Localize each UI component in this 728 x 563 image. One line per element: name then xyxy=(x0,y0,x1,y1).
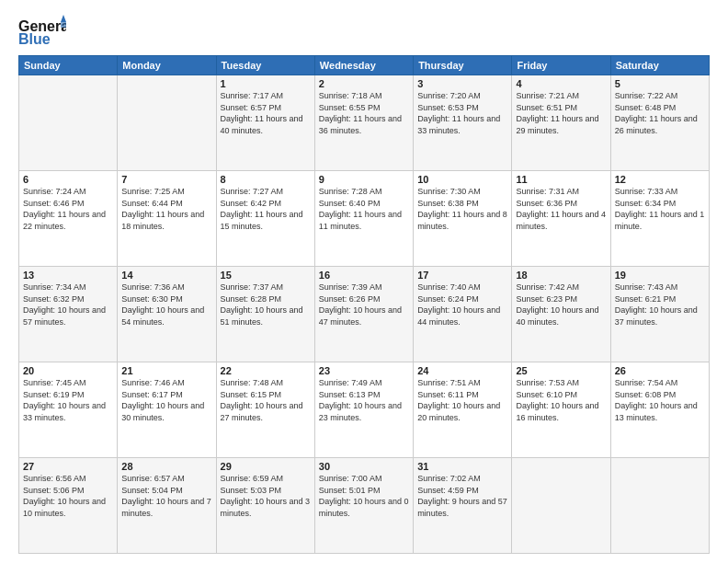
calendar-cell: 26Sunrise: 7:54 AM Sunset: 6:08 PM Dayli… xyxy=(610,362,709,458)
day-detail: Sunrise: 7:18 AM Sunset: 6:55 PM Dayligh… xyxy=(319,90,409,136)
page: General Blue SundayMondayTuesdayWednesda… xyxy=(0,0,728,563)
day-number: 3 xyxy=(417,78,507,89)
calendar-cell: 5Sunrise: 7:22 AM Sunset: 6:48 PM Daylig… xyxy=(610,75,709,171)
day-number: 21 xyxy=(121,365,211,376)
header: General Blue xyxy=(18,15,710,48)
day-detail: Sunrise: 7:40 AM Sunset: 6:24 PM Dayligh… xyxy=(417,282,507,327)
calendar-table: SundayMondayTuesdayWednesdayThursdayFrid… xyxy=(18,55,710,554)
calendar-cell: 10Sunrise: 7:30 AM Sunset: 6:38 PM Dayli… xyxy=(414,171,512,267)
day-number: 12 xyxy=(615,174,705,185)
weekday-header-row: SundayMondayTuesdayWednesdayThursdayFrid… xyxy=(19,56,710,75)
day-detail: Sunrise: 7:49 AM Sunset: 6:13 PM Dayligh… xyxy=(319,377,409,423)
day-detail: Sunrise: 7:02 AM Sunset: 4:59 PM Dayligh… xyxy=(417,473,507,519)
day-detail: Sunrise: 7:42 AM Sunset: 6:23 PM Dayligh… xyxy=(516,282,606,327)
day-number: 1 xyxy=(221,78,311,89)
day-number: 8 xyxy=(221,174,311,185)
calendar-cell: 3Sunrise: 7:20 AM Sunset: 6:53 PM Daylig… xyxy=(414,75,512,171)
calendar-week-row: 6Sunrise: 7:24 AM Sunset: 6:46 PM Daylig… xyxy=(19,171,710,267)
calendar-week-row: 13Sunrise: 7:34 AM Sunset: 6:32 PM Dayli… xyxy=(19,267,710,362)
day-detail: Sunrise: 7:30 AM Sunset: 6:38 PM Dayligh… xyxy=(417,186,507,232)
day-detail: Sunrise: 7:33 AM Sunset: 6:34 PM Dayligh… xyxy=(615,186,705,232)
calendar-week-row: 20Sunrise: 7:45 AM Sunset: 6:19 PM Dayli… xyxy=(19,362,710,458)
calendar-cell: 12Sunrise: 7:33 AM Sunset: 6:34 PM Dayli… xyxy=(610,171,709,267)
calendar-cell: 18Sunrise: 7:42 AM Sunset: 6:23 PM Dayli… xyxy=(512,267,610,362)
calendar-cell: 29Sunrise: 6:59 AM Sunset: 5:03 PM Dayli… xyxy=(216,458,314,554)
calendar-cell: 9Sunrise: 7:28 AM Sunset: 6:40 PM Daylig… xyxy=(314,171,413,267)
calendar-cell: 13Sunrise: 7:34 AM Sunset: 6:32 PM Dayli… xyxy=(19,267,118,362)
svg-marker-3 xyxy=(61,22,66,28)
day-number: 18 xyxy=(516,270,606,281)
calendar-cell: 15Sunrise: 7:37 AM Sunset: 6:28 PM Dayli… xyxy=(216,267,314,362)
day-number: 20 xyxy=(23,365,113,376)
calendar-cell xyxy=(610,458,709,554)
day-number: 22 xyxy=(221,365,311,376)
day-number: 17 xyxy=(417,270,507,281)
day-number: 2 xyxy=(319,78,409,89)
calendar-cell: 2Sunrise: 7:18 AM Sunset: 6:55 PM Daylig… xyxy=(314,75,413,171)
day-number: 15 xyxy=(221,270,311,281)
day-number: 14 xyxy=(121,270,211,281)
day-detail: Sunrise: 7:51 AM Sunset: 6:11 PM Dayligh… xyxy=(417,377,507,423)
day-detail: Sunrise: 7:17 AM Sunset: 6:57 PM Dayligh… xyxy=(221,90,311,136)
day-number: 16 xyxy=(319,270,409,281)
day-detail: Sunrise: 7:53 AM Sunset: 6:10 PM Dayligh… xyxy=(516,377,606,423)
calendar-cell: 7Sunrise: 7:25 AM Sunset: 6:44 PM Daylig… xyxy=(118,171,216,267)
weekday-header-saturday: Saturday xyxy=(610,56,709,75)
calendar-week-row: 27Sunrise: 6:56 AM Sunset: 5:06 PM Dayli… xyxy=(19,458,710,554)
day-detail: Sunrise: 7:37 AM Sunset: 6:28 PM Dayligh… xyxy=(221,282,311,327)
day-detail: Sunrise: 7:28 AM Sunset: 6:40 PM Dayligh… xyxy=(319,186,409,232)
calendar-cell: 20Sunrise: 7:45 AM Sunset: 6:19 PM Dayli… xyxy=(19,362,118,458)
calendar-cell: 23Sunrise: 7:49 AM Sunset: 6:13 PM Dayli… xyxy=(314,362,413,458)
day-detail: Sunrise: 7:24 AM Sunset: 6:46 PM Dayligh… xyxy=(23,186,113,232)
weekday-header-tuesday: Tuesday xyxy=(216,56,314,75)
calendar-cell: 22Sunrise: 7:48 AM Sunset: 6:15 PM Dayli… xyxy=(216,362,314,458)
day-detail: Sunrise: 7:45 AM Sunset: 6:19 PM Dayligh… xyxy=(23,377,113,423)
calendar-cell: 8Sunrise: 7:27 AM Sunset: 6:42 PM Daylig… xyxy=(216,171,314,267)
calendar-cell xyxy=(19,75,118,171)
day-detail: Sunrise: 7:36 AM Sunset: 6:30 PM Dayligh… xyxy=(121,282,211,327)
weekday-header-friday: Friday xyxy=(512,56,610,75)
day-detail: Sunrise: 7:31 AM Sunset: 6:36 PM Dayligh… xyxy=(516,186,606,232)
day-number: 4 xyxy=(516,78,606,89)
day-number: 31 xyxy=(417,461,507,472)
calendar-cell: 31Sunrise: 7:02 AM Sunset: 4:59 PM Dayli… xyxy=(414,458,512,554)
day-detail: Sunrise: 7:22 AM Sunset: 6:48 PM Dayligh… xyxy=(615,90,705,136)
weekday-header-wednesday: Wednesday xyxy=(314,56,413,75)
logo-icon: General Blue xyxy=(18,15,66,48)
day-detail: Sunrise: 6:56 AM Sunset: 5:06 PM Dayligh… xyxy=(23,473,113,519)
calendar-cell xyxy=(512,458,610,554)
day-number: 27 xyxy=(23,461,113,472)
calendar-cell: 6Sunrise: 7:24 AM Sunset: 6:46 PM Daylig… xyxy=(19,171,118,267)
weekday-header-thursday: Thursday xyxy=(414,56,512,75)
calendar-cell: 27Sunrise: 6:56 AM Sunset: 5:06 PM Dayli… xyxy=(19,458,118,554)
day-number: 24 xyxy=(417,365,507,376)
day-number: 25 xyxy=(516,365,606,376)
calendar-cell: 16Sunrise: 7:39 AM Sunset: 6:26 PM Dayli… xyxy=(314,267,413,362)
calendar-cell: 4Sunrise: 7:21 AM Sunset: 6:51 PM Daylig… xyxy=(512,75,610,171)
day-detail: Sunrise: 7:48 AM Sunset: 6:15 PM Dayligh… xyxy=(221,377,311,423)
day-detail: Sunrise: 7:20 AM Sunset: 6:53 PM Dayligh… xyxy=(417,90,507,136)
day-number: 6 xyxy=(23,174,113,185)
calendar-cell: 21Sunrise: 7:46 AM Sunset: 6:17 PM Dayli… xyxy=(118,362,216,458)
calendar-cell xyxy=(118,75,216,171)
calendar-cell: 30Sunrise: 7:00 AM Sunset: 5:01 PM Dayli… xyxy=(314,458,413,554)
day-detail: Sunrise: 7:27 AM Sunset: 6:42 PM Dayligh… xyxy=(221,186,311,232)
calendar-cell: 11Sunrise: 7:31 AM Sunset: 6:36 PM Dayli… xyxy=(512,171,610,267)
day-detail: Sunrise: 7:34 AM Sunset: 6:32 PM Dayligh… xyxy=(23,282,113,327)
calendar-cell: 17Sunrise: 7:40 AM Sunset: 6:24 PM Dayli… xyxy=(414,267,512,362)
calendar-cell: 1Sunrise: 7:17 AM Sunset: 6:57 PM Daylig… xyxy=(216,75,314,171)
calendar-cell: 19Sunrise: 7:43 AM Sunset: 6:21 PM Dayli… xyxy=(610,267,709,362)
calendar-week-row: 1Sunrise: 7:17 AM Sunset: 6:57 PM Daylig… xyxy=(19,75,710,171)
day-number: 28 xyxy=(121,461,211,472)
calendar-cell: 14Sunrise: 7:36 AM Sunset: 6:30 PM Dayli… xyxy=(118,267,216,362)
day-number: 7 xyxy=(121,174,211,185)
day-detail: Sunrise: 7:21 AM Sunset: 6:51 PM Dayligh… xyxy=(516,90,606,136)
calendar-cell: 25Sunrise: 7:53 AM Sunset: 6:10 PM Dayli… xyxy=(512,362,610,458)
day-number: 29 xyxy=(221,461,311,472)
logo: General Blue xyxy=(18,15,68,48)
day-detail: Sunrise: 7:46 AM Sunset: 6:17 PM Dayligh… xyxy=(121,377,211,423)
day-detail: Sunrise: 7:25 AM Sunset: 6:44 PM Dayligh… xyxy=(121,186,211,232)
day-number: 5 xyxy=(615,78,705,89)
day-detail: Sunrise: 6:57 AM Sunset: 5:04 PM Dayligh… xyxy=(121,473,211,519)
day-number: 11 xyxy=(516,174,606,185)
